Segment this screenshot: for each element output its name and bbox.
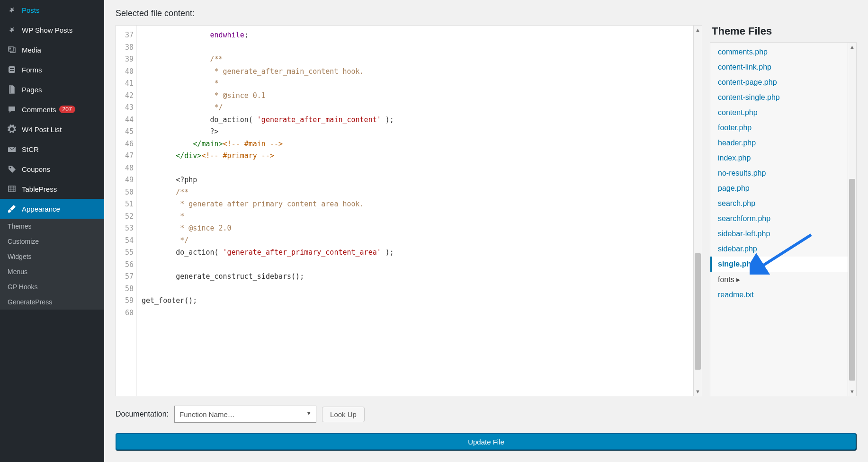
code-editor[interactable]: 37 38 39 40 41 42 43 44 45 46 47 48 49 5… bbox=[116, 25, 702, 396]
documentation-row: Documentation: Function Name… Look Up bbox=[116, 406, 857, 423]
comment-icon bbox=[7, 104, 17, 115]
submenu-item-gp-hooks[interactable]: GP Hooks bbox=[0, 279, 104, 294]
pin-icon bbox=[7, 25, 17, 35]
update-file-button[interactable]: Update File bbox=[116, 433, 857, 451]
content-heading: Selected file content: bbox=[116, 0, 857, 25]
file-item-searchform-php[interactable]: searchform.php bbox=[710, 211, 848, 226]
scroll-down-icon[interactable]: ▼ bbox=[694, 387, 702, 396]
sidebar-item-media[interactable]: Media bbox=[0, 40, 104, 60]
documentation-label: Documentation: bbox=[116, 410, 169, 418]
file-item-header-php[interactable]: header.php bbox=[710, 135, 848, 151]
look-up-button[interactable]: Look Up bbox=[322, 407, 365, 422]
file-item-single-php[interactable]: single.php bbox=[710, 257, 848, 272]
file-item-fonts[interactable]: fonts bbox=[710, 272, 848, 287]
sidebar-item-appearance[interactable]: Appearance bbox=[0, 199, 104, 219]
tag-icon bbox=[7, 164, 17, 174]
pin-icon bbox=[7, 5, 17, 15]
sidebar-item-tablepress[interactable]: TablePress bbox=[0, 179, 104, 199]
line-gutter: 37 38 39 40 41 42 43 44 45 46 47 48 49 5… bbox=[116, 26, 137, 396]
admin-sidebar: PostsWP Show PostsMediaFormsPagesComment… bbox=[0, 0, 104, 462]
function-name-select[interactable]: Function Name… bbox=[174, 406, 316, 423]
file-item-comments-php[interactable]: comments.php bbox=[710, 44, 848, 60]
file-item-index-php[interactable]: index.php bbox=[710, 151, 848, 166]
file-item-sidebar-left-php[interactable]: sidebar-left.php bbox=[710, 226, 848, 241]
media-icon bbox=[7, 44, 17, 55]
gear-icon bbox=[7, 124, 17, 134]
submenu-item-generatepress[interactable]: GeneratePress bbox=[0, 294, 104, 310]
submenu-item-themes[interactable]: Themes bbox=[0, 219, 104, 234]
file-item-search-php[interactable]: search.php bbox=[710, 196, 848, 211]
main-content: Selected file content: 37 38 39 40 41 42… bbox=[104, 0, 868, 462]
editor-scrollbar[interactable]: ▲ ▼ bbox=[693, 26, 702, 396]
svg-point-4 bbox=[10, 167, 11, 169]
sidebar-item-coupons[interactable]: Coupons bbox=[0, 159, 104, 179]
mail-icon bbox=[7, 144, 17, 154]
file-item-footer-php[interactable]: footer.php bbox=[710, 120, 848, 135]
editor-scroll-thumb[interactable] bbox=[695, 253, 701, 370]
svg-rect-5 bbox=[9, 186, 15, 192]
theme-files-panel: Theme Files comments.phpcontent-link.php… bbox=[710, 25, 857, 396]
file-item-page-php[interactable]: page.php bbox=[710, 181, 848, 196]
table-icon bbox=[7, 184, 17, 194]
brush-icon bbox=[7, 204, 17, 214]
sidebar-item-comments[interactable]: Comments207 bbox=[0, 99, 104, 119]
file-item-sidebar-php[interactable]: sidebar.php bbox=[710, 241, 848, 257]
submenu-item-menus[interactable]: Menus bbox=[0, 264, 104, 279]
forms-icon bbox=[7, 64, 17, 75]
svg-rect-0 bbox=[9, 66, 15, 73]
sidebar-item-pages[interactable]: Pages bbox=[0, 80, 104, 99]
file-item-content-single-php[interactable]: content-single.php bbox=[710, 90, 848, 105]
file-item-readme-txt[interactable]: readme.txt bbox=[710, 287, 848, 302]
theme-files-list: comments.phpcontent-link.phpcontent-page… bbox=[710, 43, 848, 396]
code-area[interactable]: endwhile; /** * generate_after_main_cont… bbox=[137, 26, 702, 396]
submenu-item-widgets[interactable]: Widgets bbox=[0, 249, 104, 264]
file-item-content-page-php[interactable]: content-page.php bbox=[710, 75, 848, 90]
sidebar-item-posts[interactable]: Posts bbox=[0, 0, 104, 20]
scroll-up-icon[interactable]: ▲ bbox=[848, 43, 856, 51]
sidebar-item-stcr[interactable]: StCR bbox=[0, 139, 104, 159]
file-item-no-results-php[interactable]: no-results.php bbox=[710, 166, 848, 181]
pages-icon bbox=[7, 84, 17, 95]
file-item-content-link-php[interactable]: content-link.php bbox=[710, 60, 848, 75]
sidebar-item-w4-post-list[interactable]: W4 Post List bbox=[0, 119, 104, 139]
files-scroll-thumb[interactable] bbox=[849, 179, 855, 381]
sidebar-item-wp-show-posts[interactable]: WP Show Posts bbox=[0, 20, 104, 40]
sidebar-item-forms[interactable]: Forms bbox=[0, 60, 104, 80]
svg-rect-1 bbox=[10, 68, 14, 69]
badge: 207 bbox=[59, 106, 75, 113]
scroll-down-icon[interactable]: ▼ bbox=[848, 387, 856, 396]
file-item-content-php[interactable]: content.php bbox=[710, 105, 848, 120]
svg-rect-2 bbox=[10, 70, 14, 71]
submenu-item-customize[interactable]: Customize bbox=[0, 234, 104, 249]
files-scrollbar[interactable]: ▲ ▼ bbox=[848, 43, 856, 396]
scroll-up-icon[interactable]: ▲ bbox=[694, 26, 702, 34]
theme-files-title: Theme Files bbox=[710, 25, 857, 42]
